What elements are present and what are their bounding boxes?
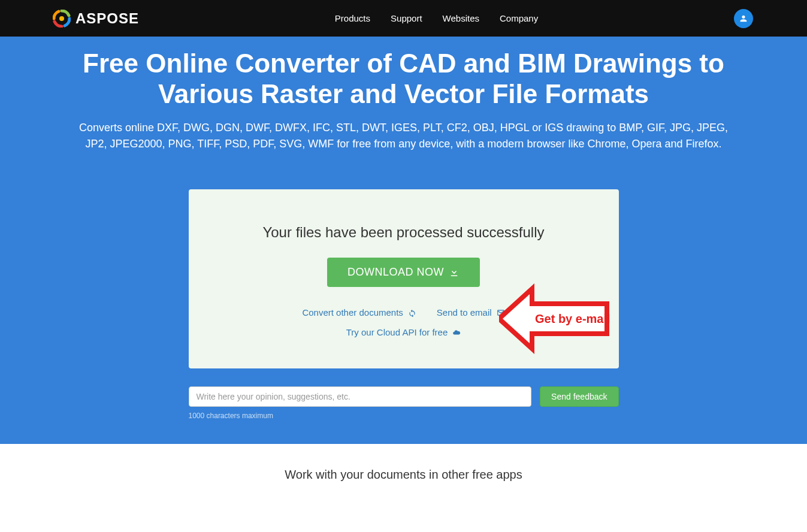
brand-name: ASPOSE <box>75 10 139 27</box>
send-feedback-button[interactable]: Send feedback <box>540 386 618 407</box>
envelope-icon <box>497 309 505 317</box>
feedback-input[interactable] <box>189 386 532 407</box>
top-navbar: ASPOSE Products Support Websites Company <box>0 0 807 37</box>
cloud-api-link[interactable]: Try our Cloud API for free <box>346 327 461 337</box>
download-button[interactable]: DOWNLOAD NOW <box>327 258 480 287</box>
secondary-links-row: Convert other documents Send to email <box>201 307 607 318</box>
hero-title: Free Online Converter of CAD and BIM Dra… <box>80 49 727 109</box>
download-icon <box>449 267 460 278</box>
user-icon <box>739 14 748 23</box>
result-card: Your files have been processed successfu… <box>189 189 619 368</box>
user-account-button[interactable] <box>734 9 753 28</box>
cloud-api-label: Try our Cloud API for free <box>346 327 448 337</box>
refresh-icon <box>408 309 416 317</box>
convert-other-link[interactable]: Convert other documents <box>302 307 416 318</box>
tertiary-links-row: Try our Cloud API for free <box>201 327 607 337</box>
send-email-link[interactable]: Send to email <box>437 307 505 318</box>
download-button-label: DOWNLOAD NOW <box>347 266 444 279</box>
feedback-row: Send feedback <box>189 386 619 407</box>
nav-support[interactable]: Support <box>391 13 422 23</box>
bottom-heading: Work with your documents in other free a… <box>0 468 807 482</box>
brand-logo[interactable]: ASPOSE <box>53 10 139 28</box>
success-message: Your files have been processed successfu… <box>201 224 607 241</box>
brand-logo-icon <box>53 10 71 28</box>
svg-point-0 <box>59 16 64 21</box>
nav-products[interactable]: Products <box>335 13 370 23</box>
nav-company[interactable]: Company <box>500 13 538 23</box>
feedback-char-limit: 1000 characters maximum <box>189 412 619 420</box>
cloud-icon <box>452 328 461 337</box>
nav-websites[interactable]: Websites <box>443 13 479 23</box>
nav-links: Products Support Websites Company <box>139 13 734 23</box>
hero-subtitle: Converts online DXF, DWG, DGN, DWF, DWFX… <box>74 120 733 152</box>
bottom-section: Work with your documents in other free a… <box>0 444 807 532</box>
hero-section: Free Online Converter of CAD and BIM Dra… <box>0 37 807 444</box>
send-email-label: Send to email <box>437 307 492 318</box>
convert-other-label: Convert other documents <box>302 307 403 318</box>
